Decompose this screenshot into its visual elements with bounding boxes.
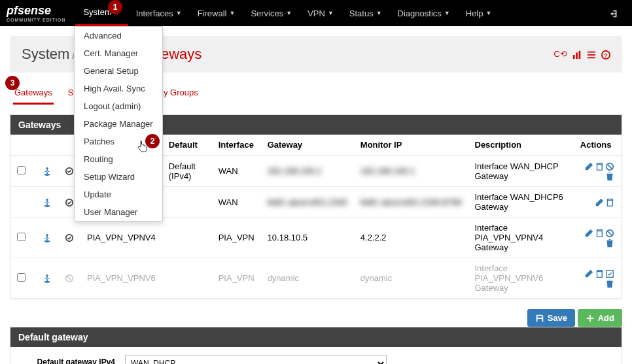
col-interface: Interface <box>212 135 261 156</box>
cell-interface: PIA_VPN <box>212 218 261 258</box>
svg-text:?: ? <box>604 52 607 58</box>
svg-rect-1 <box>576 52 578 59</box>
cell-gateway: 10.18.10.5 <box>261 218 354 258</box>
cell-monitor: fe80::abcd:ef01:2345:6789 <box>354 187 468 218</box>
tutorial-marker-3: 3 <box>5 76 20 90</box>
table-row: PIA_VPN_VPNV4 PIA_VPN 10.18.10.5 4.2.2.2… <box>10 218 622 258</box>
row-checkbox[interactable] <box>17 166 26 174</box>
anchor-icon[interactable] <box>43 233 52 242</box>
dropdown-logout[interactable]: Logout (admin) <box>75 97 162 115</box>
status-icon <box>65 233 74 242</box>
cell-monitor: dynamic <box>354 258 468 299</box>
row-checkbox[interactable] <box>17 233 26 241</box>
cell-monitor: 192.168.100.1 <box>354 156 468 187</box>
nav-help[interactable]: Help▼ <box>458 0 500 26</box>
dropdown-update[interactable]: Update <box>75 186 162 203</box>
cell-interface: WAN <box>212 187 261 218</box>
cell-description: Interface WAN_DHCP6 Gateway <box>468 187 574 218</box>
svg-rect-9 <box>597 164 603 170</box>
anchor-icon[interactable] <box>43 166 52 176</box>
col-gateway: Gateway <box>261 135 354 156</box>
status-icon <box>65 197 74 207</box>
cell-description: Interface PIA_VPN_VPNV6 Gateway <box>468 258 574 299</box>
default-gateway-header: Default gateway <box>10 327 622 347</box>
cursor-pointer-icon <box>137 141 148 155</box>
cell-gateway: dynamic <box>261 258 354 299</box>
dropdown-high-avail-sync[interactable]: High Avail. Sync <box>75 80 162 97</box>
dropdown-general-setup[interactable]: General Setup <box>75 62 162 80</box>
edit-icon[interactable] <box>584 268 593 278</box>
delete-icon[interactable] <box>605 278 614 288</box>
col-default: Default <box>162 135 212 156</box>
cell-monitor: 4.2.2.2 <box>354 218 468 258</box>
cell-default <box>162 258 212 299</box>
svg-rect-5 <box>588 57 595 58</box>
default-gateway-panel: Default gateway Default gateway IPv4 WAN… <box>10 327 622 364</box>
cell-description: Interface PIA_VPN_VPNV4 Gateway <box>468 218 574 258</box>
status-icon <box>65 273 74 283</box>
svg-rect-0 <box>573 55 575 59</box>
add-button[interactable]: Add <box>578 309 622 327</box>
svg-rect-12 <box>608 200 613 206</box>
cell-interface: WAN <box>212 156 261 187</box>
svg-rect-3 <box>588 52 595 53</box>
refresh-icon[interactable]: C⟲ <box>554 49 567 59</box>
enable-icon[interactable] <box>605 268 614 278</box>
log-icon[interactable] <box>587 49 596 59</box>
delete-icon[interactable] <box>605 171 614 181</box>
copy-icon[interactable] <box>595 161 604 171</box>
system-dropdown: Advanced Cert. Manager General Setup Hig… <box>74 26 163 222</box>
svg-rect-17 <box>597 271 603 277</box>
copy-icon[interactable] <box>595 268 604 278</box>
cell-default <box>162 187 212 218</box>
dropdown-setup-wizard[interactable]: Setup Wizard <box>75 168 162 186</box>
nav-vpn[interactable]: VPN▼ <box>300 0 342 26</box>
copy-icon[interactable] <box>605 197 614 207</box>
dropdown-cert-manager[interactable]: Cert. Manager <box>75 44 162 62</box>
dropdown-advanced[interactable]: Advanced <box>75 27 162 44</box>
dropdown-user-manager[interactable]: User Manager <box>75 203 162 221</box>
dropdown-package-manager[interactable]: Package Manager <box>75 115 162 133</box>
nav-diagnostics[interactable]: Diagnostics▼ <box>390 0 458 26</box>
logout-icon[interactable] <box>603 8 625 18</box>
cell-default <box>162 218 212 258</box>
logo[interactable]: pfsense COMMUNITY EDITION <box>7 4 65 22</box>
tutorial-marker-1: 1 <box>108 0 122 14</box>
nav-status[interactable]: Status▼ <box>342 0 390 26</box>
cell-name: PIA_VPN_VPNV4 <box>80 218 162 258</box>
row-checkbox[interactable] <box>17 273 26 282</box>
default-gw-ipv4-label: Default gateway IPv4 <box>24 355 125 364</box>
default-gw-ipv4-select[interactable]: WAN_DHCP <box>125 355 387 364</box>
anchor-icon[interactable] <box>43 197 52 207</box>
cell-gateway: 192.168.100.1 <box>261 156 354 187</box>
breadcrumb-section[interactable]: System <box>22 46 69 63</box>
cell-description: Interface WAN_DHCP Gateway <box>468 156 574 187</box>
disable-icon[interactable] <box>605 227 614 237</box>
stats-icon[interactable] <box>572 49 582 59</box>
disable-icon[interactable] <box>605 161 614 171</box>
tab-gateways[interactable]: Gateways <box>13 82 54 105</box>
nav-services[interactable]: Services▼ <box>243 0 300 26</box>
delete-icon[interactable] <box>605 238 614 248</box>
status-icon <box>65 166 74 176</box>
help-icon[interactable]: ? <box>601 49 610 59</box>
edit-icon[interactable] <box>595 197 604 207</box>
col-description: Description <box>468 135 574 156</box>
edit-icon[interactable] <box>584 161 593 171</box>
save-button-top[interactable]: Save <box>527 309 575 327</box>
svg-rect-14 <box>597 231 603 237</box>
cell-interface: PIA_VPN <box>212 258 261 299</box>
nav-interfaces[interactable]: Interfaces▼ <box>128 0 190 26</box>
nav-firewall[interactable]: Firewall▼ <box>190 0 243 26</box>
copy-icon[interactable] <box>595 227 604 237</box>
svg-rect-4 <box>588 54 595 56</box>
col-actions: Actions <box>574 135 622 156</box>
svg-rect-2 <box>579 51 581 59</box>
cell-default: Default (IPv4) <box>162 156 212 187</box>
edit-icon[interactable] <box>584 227 593 237</box>
col-monitor: Monitor IP <box>354 135 468 156</box>
dropdown-routing[interactable]: Routing <box>75 150 162 168</box>
cell-name: PIA_VPN_VPNV6 <box>80 258 162 299</box>
anchor-icon[interactable] <box>43 273 52 283</box>
table-row: PIA_VPN_VPNV6 PIA_VPN dynamic dynamic In… <box>10 258 622 299</box>
